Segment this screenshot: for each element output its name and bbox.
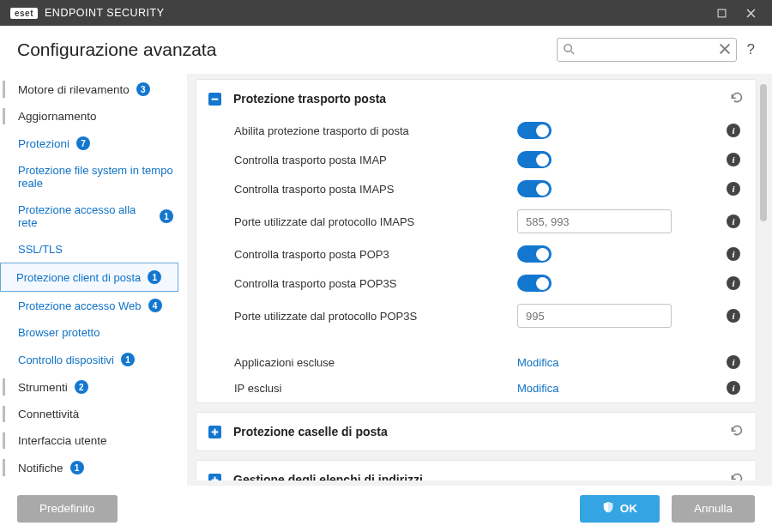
panel-title: Protezione trasporto posta: [233, 92, 386, 106]
revert-button[interactable]: [729, 471, 744, 481]
search-icon: [563, 43, 576, 59]
sidebar-subitem[interactable]: SSL/TLS: [0, 236, 178, 263]
sidebar-item-label: Protezione accesso alla rete: [18, 203, 153, 229]
sidebar-subitem[interactable]: Protezione accesso alla rete1: [0, 196, 178, 236]
panel-mail-transport: Protezione trasporto posta Abilita prote…: [196, 79, 757, 403]
sidebar-item[interactable]: Motore di rilevamento3: [0, 76, 178, 103]
count-badge: 7: [76, 136, 90, 150]
sidebar-marker: [3, 432, 5, 449]
sidebar-item-label: SSL/TLS: [18, 243, 63, 256]
info-icon[interactable]: i: [727, 309, 740, 323]
info-icon[interactable]: i: [727, 124, 740, 137]
close-icon: [718, 42, 732, 56]
count-badge: 3: [136, 82, 150, 96]
help-button[interactable]: ?: [747, 41, 755, 58]
sidebar-marker: [3, 378, 5, 396]
setting-row: Controlla trasporto posta IMAPSi: [196, 174, 756, 203]
setting-label: Applicazioni escluse: [234, 356, 517, 369]
count-badge: 1: [160, 209, 173, 223]
header: Configurazione avanzata ?: [0, 26, 772, 74]
svg-point-1: [564, 45, 570, 51]
expand-icon: [208, 426, 221, 438]
setting-control: [517, 245, 680, 263]
info-icon[interactable]: i: [727, 381, 740, 395]
ok-button[interactable]: OK: [580, 495, 660, 523]
search-clear-button[interactable]: [718, 42, 732, 59]
sidebar-item[interactable]: Aggiornamento: [0, 103, 178, 130]
sidebar-item-label: Interfaccia utente: [18, 434, 107, 447]
searchbox: [557, 38, 737, 62]
count-badge: 1: [121, 353, 135, 366]
sidebar-item-label: Motore di rilevamento: [18, 83, 130, 96]
info-icon[interactable]: i: [727, 182, 740, 196]
sidebar-item-label: Notifiche: [18, 462, 63, 475]
panel-header[interactable]: Gestione degli elenchi di indirizzi: [196, 462, 756, 481]
content-area: Protezione trasporto posta Abilita prote…: [187, 74, 772, 486]
window-close-button[interactable]: [736, 0, 765, 26]
scrollbar[interactable]: [760, 84, 767, 475]
scrollbar-thumb[interactable]: [760, 84, 767, 221]
sidebar-subitem[interactable]: Controllo dispositivi1: [0, 346, 178, 373]
cancel-button-label: Annulla: [694, 502, 733, 515]
sidebar-item-label: Strumenti: [18, 381, 68, 394]
sidebar-item[interactable]: Protezioni7: [0, 130, 178, 157]
info-icon[interactable]: i: [727, 355, 740, 369]
panel-header[interactable]: Protezione trasporto posta: [196, 82, 756, 116]
default-button[interactable]: Predefinito: [17, 495, 118, 523]
cancel-button[interactable]: Annulla: [672, 495, 755, 523]
revert-button[interactable]: [729, 423, 744, 440]
sidebar-subitem[interactable]: Protezione file system in tempo reale: [0, 157, 178, 196]
setting-label: Abilita protezione trasporto di posta: [234, 124, 517, 137]
sidebar-item-label: Protezione accesso Web: [18, 299, 142, 312]
sidebar-subitem[interactable]: Protezione client di posta1: [0, 263, 178, 292]
search-input[interactable]: [557, 38, 737, 62]
text-input[interactable]: [517, 209, 672, 233]
sidebar-item[interactable]: Connettività: [0, 401, 178, 427]
brand: eset ENDPOINT SECURITY: [10, 7, 165, 19]
toggle-switch[interactable]: [517, 180, 552, 197]
panel-header[interactable]: Protezione caselle di posta: [196, 414, 756, 449]
undo-icon: [729, 423, 744, 438]
sidebar-subitem[interactable]: Protezione accesso Web4: [0, 292, 178, 319]
shield-icon: [602, 501, 614, 516]
setting-control: [517, 151, 680, 168]
info-icon[interactable]: i: [727, 276, 740, 290]
sidebar-item-label: Protezione client di posta: [16, 271, 141, 284]
sidebar-marker: [3, 108, 5, 124]
setting-row: Porte utilizzate dal protocollo POP3Si: [196, 298, 756, 334]
svg-rect-3: [212, 98, 219, 100]
setting-control: [517, 122, 680, 139]
sidebar-item-label: Browser protetto: [18, 326, 100, 339]
toggle-switch[interactable]: [517, 151, 552, 168]
count-badge: 4: [148, 299, 162, 312]
window-maximize-button[interactable]: [707, 0, 736, 26]
info-icon[interactable]: i: [727, 153, 740, 166]
edit-link[interactable]: Modifica: [517, 382, 558, 395]
text-input[interactable]: [517, 304, 672, 328]
setting-control: Modifica: [517, 382, 680, 395]
setting-row: Porte utilizzate dal protocollo IMAPSi: [196, 203, 756, 239]
ok-button-label: OK: [620, 502, 637, 515]
sidebar-item[interactable]: Strumenti2: [0, 373, 178, 401]
info-icon[interactable]: i: [727, 215, 740, 228]
setting-control: [517, 180, 680, 197]
sidebar-marker: [3, 406, 5, 422]
toggle-switch[interactable]: [517, 245, 552, 263]
sidebar-item[interactable]: Notifiche1: [0, 454, 178, 481]
revert-button[interactable]: [729, 90, 744, 107]
edit-link[interactable]: Modifica: [517, 356, 558, 369]
toggle-switch[interactable]: [517, 122, 552, 139]
panel-title: Gestione degli elenchi di indirizzi: [233, 473, 423, 481]
sidebar-subitem[interactable]: Browser protetto: [0, 319, 178, 346]
info-icon[interactable]: i: [727, 247, 740, 261]
sidebar-item[interactable]: Interfaccia utente: [0, 427, 178, 454]
default-button-label: Predefinito: [39, 502, 95, 515]
panel-mailbox-protection: Protezione caselle di posta: [196, 412, 757, 451]
sidebar-item-label: Aggiornamento: [18, 110, 97, 123]
setting-label: Porte utilizzate dal protocollo IMAPS: [234, 215, 517, 228]
setting-row: Controlla trasporto posta IMAPi: [196, 145, 756, 174]
svg-rect-7: [212, 479, 219, 481]
undo-icon: [729, 90, 744, 105]
toggle-switch[interactable]: [517, 275, 552, 292]
setting-label: Controlla trasporto posta IMAPS: [234, 183, 517, 196]
